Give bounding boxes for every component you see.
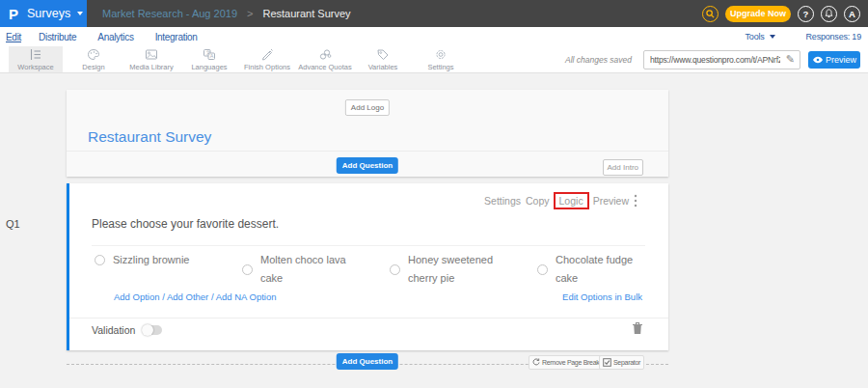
notifications-button[interactable]	[821, 6, 837, 22]
toolbar-label: Advance Quotas	[298, 63, 351, 71]
responses-count[interactable]: Responses: 19	[806, 32, 861, 42]
breadcrumb-separator: >	[247, 8, 253, 19]
remove-page-break-button[interactable]: Remove Page Break	[529, 355, 604, 370]
toolbar-item-design[interactable]: Design	[67, 46, 121, 72]
add-other-link[interactable]: Add Other	[167, 291, 208, 302]
answer-options: Sizzling brownie Molten choco lava cake …	[95, 251, 685, 289]
survey-title[interactable]: Restaurant Survey	[88, 128, 211, 146]
edit-url-icon[interactable]: ✎	[782, 53, 800, 66]
survey-toolbar: Workspace Design Media Library 文A Langua…	[0, 46, 868, 73]
question-number-label: Q1	[6, 218, 20, 230]
tools-label: Tools	[746, 32, 765, 42]
validation-toggle[interactable]	[143, 325, 162, 335]
tab-integration[interactable]: Integration	[155, 32, 198, 42]
toolbar-label: Languages	[191, 63, 227, 71]
option-honey-sweetened-cherry-pie[interactable]: Honey sweetened cherry pie	[390, 251, 537, 289]
upgrade-now-button[interactable]: Upgrade Now	[725, 6, 791, 22]
option-label[interactable]: Sizzling brownie	[113, 251, 203, 269]
add-intro-button[interactable]: Add Intro	[603, 159, 643, 176]
toolbar-label: Workspace	[17, 63, 53, 71]
settings-icon	[434, 48, 448, 61]
design-icon	[87, 48, 100, 61]
tools-dropdown[interactable]: Tools	[746, 32, 775, 42]
divider	[69, 318, 668, 319]
remove-page-break-label: Remove Page Break	[542, 359, 600, 366]
search-button[interactable]	[702, 6, 719, 22]
eye-icon	[812, 56, 824, 64]
checkbox-checked-icon	[603, 358, 611, 367]
refresh-icon	[532, 358, 540, 367]
tab-distribute[interactable]: Distribute	[39, 32, 76, 42]
variables-icon	[376, 48, 390, 61]
finish-options-icon	[260, 48, 274, 61]
radio-icon[interactable]	[537, 264, 548, 275]
option-chocolate-fudge-cake[interactable]: Chocolate fudge cake	[537, 251, 685, 289]
delete-question-icon[interactable]	[632, 321, 643, 339]
app-logo-block[interactable]: P Surveys	[0, 0, 87, 27]
toolbar-label: Design	[82, 63, 104, 71]
avatar: A	[849, 9, 855, 19]
toolbar-item-advance-quotas[interactable]: Advance Quotas	[298, 46, 352, 72]
add-option-link[interactable]: Add Option	[114, 291, 160, 302]
toolbar-label: Settings	[427, 63, 453, 71]
add-logo-button[interactable]: Add Logo	[345, 99, 390, 116]
option-label[interactable]: Molten choco lava cake	[260, 251, 351, 289]
toolbar-item-settings[interactable]: Settings	[414, 46, 468, 72]
divider	[92, 245, 645, 246]
preview-button[interactable]: Preview	[808, 51, 860, 69]
question-card: Settings Copy Logic Preview Please choos…	[67, 183, 668, 350]
separator-toggle[interactable]: Separator	[599, 355, 644, 370]
workspace-icon	[29, 48, 42, 61]
survey-editor-canvas: Q1 Add Logo Restaurant Survey Add Questi…	[0, 73, 868, 388]
option-label[interactable]: Chocolate fudge cake	[556, 251, 646, 289]
tab-analytics[interactable]: Analytics	[97, 32, 133, 42]
add-question-button-bottom[interactable]: Add Question	[337, 353, 398, 370]
more-options-icon[interactable]	[634, 194, 637, 208]
chevron-down-icon	[770, 35, 775, 39]
add-question-button-top[interactable]: Add Question	[337, 157, 398, 174]
questionpro-logo: P	[9, 6, 18, 22]
bell-icon	[825, 9, 833, 18]
preview-label: Preview	[826, 55, 856, 65]
add-na-option-link[interactable]: Add NA Option	[216, 291, 277, 302]
question-action-copy[interactable]: Copy	[526, 195, 550, 207]
toolbar-item-variables[interactable]: Variables	[356, 46, 410, 72]
edit-options-in-bulk-link[interactable]: Edit Options in Bulk	[562, 291, 642, 302]
toolbar-item-languages[interactable]: 文A Languages	[182, 46, 236, 72]
breadcrumb-current: Restaurant Survey	[262, 8, 350, 19]
surveys-menu-label: Surveys	[27, 7, 70, 20]
toolbar-item-workspace[interactable]: Workspace	[9, 46, 63, 72]
question-text[interactable]: Please choose your favorite dessert.	[92, 217, 279, 231]
svg-text:A: A	[210, 53, 214, 59]
question-action-preview[interactable]: Preview	[593, 195, 629, 207]
help-button[interactable]: ?	[798, 6, 814, 22]
toolbar-label: Variables	[368, 63, 398, 71]
top-header: P Surveys Market Research - Aug 2019 > R…	[0, 0, 868, 27]
chevron-down-icon	[77, 12, 83, 15]
toolbar-label: Media Library	[129, 63, 173, 71]
save-status: All changes saved	[565, 55, 632, 65]
toolbar-item-finish-options[interactable]: Finish Options	[240, 46, 294, 72]
media-library-icon	[145, 48, 158, 61]
languages-icon: 文A	[203, 48, 216, 61]
help-icon: ?	[803, 9, 809, 19]
option-label[interactable]: Honey sweetened cherry pie	[408, 251, 499, 289]
breadcrumb-parent[interactable]: Market Research - Aug 2019	[102, 8, 237, 19]
question-action-settings[interactable]: Settings	[484, 195, 521, 207]
option-links: Add Option / Add Other / Add NA Option	[114, 291, 277, 302]
toolbar-item-media-library[interactable]: Media Library	[124, 46, 178, 72]
main-nav-tabs: Edit Distribute Analytics Integration To…	[0, 27, 868, 46]
toggle-knob	[142, 324, 153, 336]
search-icon	[706, 10, 715, 18]
radio-icon[interactable]	[390, 264, 400, 275]
question-action-logic[interactable]: Logic	[554, 192, 589, 209]
option-molten-choco-lava-cake[interactable]: Molten choco lava cake	[242, 251, 390, 289]
tab-edit[interactable]: Edit	[6, 32, 21, 42]
option-sizzling-brownie[interactable]: Sizzling brownie	[95, 251, 242, 269]
radio-icon[interactable]	[95, 255, 105, 265]
breadcrumb: Market Research - Aug 2019 > Restaurant …	[102, 8, 351, 19]
divider	[67, 151, 668, 152]
survey-url-input[interactable]	[644, 55, 782, 65]
account-button[interactable]: A	[844, 6, 860, 22]
radio-icon[interactable]	[242, 264, 253, 275]
